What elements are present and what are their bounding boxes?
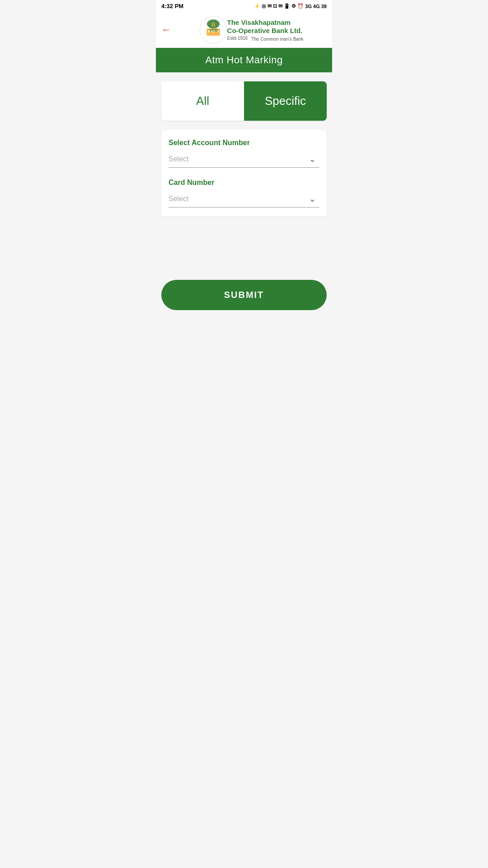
whatsapp-icon: 📱	[284, 3, 290, 9]
alarm-icon: ⏰	[297, 3, 304, 9]
battery-text: 39	[321, 4, 327, 9]
bank-logo: B VCB	[199, 16, 227, 44]
svg-text:VCB: VCB	[209, 28, 218, 33]
status-icons: ⚡ ◎ ✉ ⊡ ✉ 📱 ⚙ ⏰ 3G 4G 39	[254, 3, 327, 9]
signal-3g: 3G 4G	[305, 4, 319, 9]
back-button[interactable]: ←	[161, 24, 171, 36]
network-icon: ◎	[262, 3, 266, 9]
spacer	[161, 226, 327, 271]
message-icon-2: ⊡	[273, 3, 277, 9]
app-header: ← B VCB The Visakhapatnam Co-Operative B…	[156, 12, 332, 48]
bank-name-text: The Visakhapatnam Co-Operative Bank Ltd.…	[227, 19, 304, 42]
message-icon: ✉	[267, 3, 272, 9]
bluetooth-icon: ⚙	[291, 3, 296, 9]
bank-estd: Estd-1916	[227, 36, 248, 42]
account-number-wrapper: Select ⌄	[169, 151, 319, 168]
card-number-label: Card Number	[169, 179, 319, 187]
status-time: 4:32 PM	[161, 3, 183, 9]
logo-area: B VCB The Visakhapatnam Co-Operative Ban…	[176, 16, 327, 44]
card-number-wrapper: Select ⌄	[169, 190, 319, 208]
flash-icon: ⚡	[254, 3, 260, 9]
specific-tab-button[interactable]: Specific	[244, 81, 327, 121]
account-number-select[interactable]: Select	[169, 151, 319, 168]
account-number-label: Select Account Number	[169, 139, 319, 147]
card-number-select[interactable]: Select	[169, 190, 319, 208]
message-icon-3: ✉	[278, 3, 282, 9]
page-title-banner: Atm Hot Marking	[156, 48, 332, 72]
status-bar: 4:32 PM ⚡ ◎ ✉ ⊡ ✉ 📱 ⚙ ⏰ 3G 4G 39	[156, 0, 332, 12]
page-title: Atm Hot Marking	[205, 54, 282, 66]
content-area: All Specific Select Account Number Selec…	[156, 72, 332, 280]
toggle-container: All Specific	[161, 81, 327, 121]
submit-btn-area: SUBMIT	[156, 280, 332, 324]
bank-tagline: The Common man's Bank	[251, 37, 303, 42]
bank-name-line2: Co-Operative Bank Ltd.	[227, 27, 304, 35]
all-tab-button[interactable]: All	[161, 81, 244, 121]
bank-name-line1: The Visakhapatnam	[227, 19, 304, 27]
submit-button[interactable]: SUBMIT	[161, 280, 327, 310]
svg-text:B: B	[211, 22, 216, 28]
form-card: Select Account Number Select ⌄ Card Numb…	[161, 130, 327, 217]
